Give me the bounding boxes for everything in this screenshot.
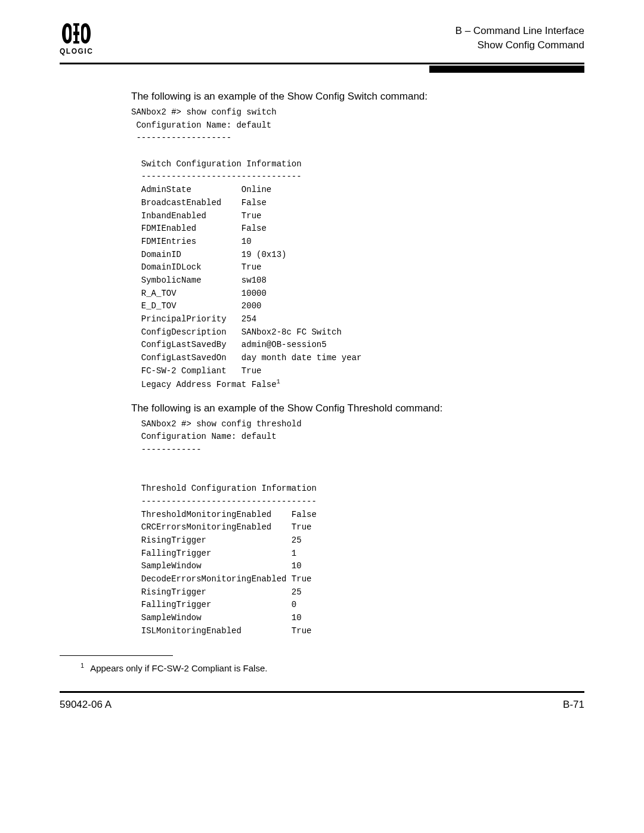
section1-intro: The following is an example of the Show …: [131, 91, 584, 103]
logo-text: QLOGIC: [60, 47, 93, 55]
footer-left: 59042-06 A: [60, 699, 112, 711]
page-content: The following is an example of the Show …: [60, 91, 584, 637]
header-section-title: B – Command Line Interface: [456, 24, 584, 38]
accent-bar: [429, 66, 584, 73]
footnote: 1Appears only if FC-SW-2 Compliant is Fa…: [80, 662, 584, 673]
page-header: QLOGIC B – Command Line Interface Show C…: [60, 24, 584, 55]
footnote-number: 1: [80, 662, 84, 669]
footnote-rule: [60, 655, 173, 656]
header-subsection-title: Show Config Command: [456, 38, 584, 52]
footer-rule: [60, 691, 584, 693]
footnote-text: Appears only if FC-SW-2 Compliant is Fal…: [90, 663, 267, 673]
logo: QLOGIC: [60, 21, 93, 55]
section2-intro: The following is an example of the Show …: [131, 402, 584, 414]
page-footer: 59042-06 A B-71: [60, 699, 584, 711]
qlogic-logo-icon: [61, 21, 91, 46]
code-block-switch: SANbox2 #> show config switch Configurat…: [131, 106, 584, 392]
code-block-threshold: SANbox2 #> show config threshold Configu…: [131, 418, 584, 638]
header-titles: B – Command Line Interface Show Config C…: [456, 24, 584, 52]
footer-right: B-71: [563, 699, 584, 711]
svg-rect-0: [73, 32, 79, 35]
header-accent: [60, 66, 584, 73]
header-rule: [60, 63, 584, 64]
